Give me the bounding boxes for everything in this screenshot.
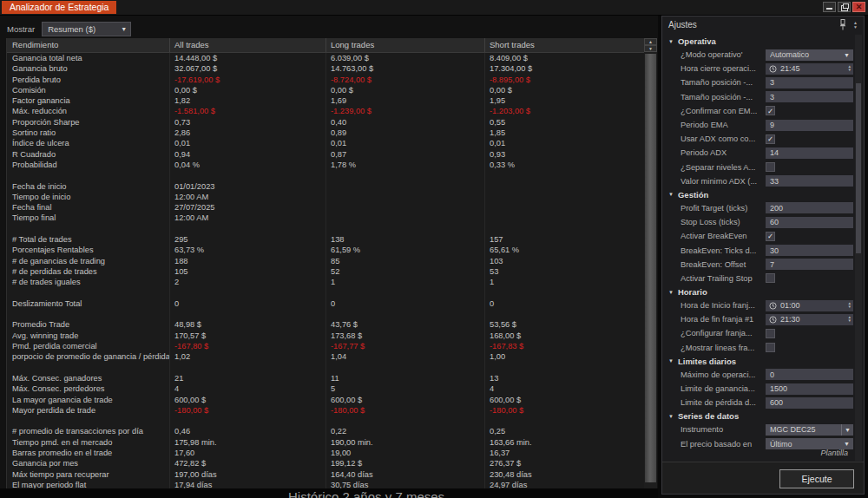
- setting-row: Profit Target (ticks)200: [662, 201, 853, 215]
- table-row[interactable]: porpocio de promedio de ganancia / pérdi…: [7, 351, 644, 362]
- scroll-down-button[interactable]: ▼: [644, 45, 657, 52]
- column-header-long-trades[interactable]: Long trades: [326, 38, 485, 52]
- spinner-arrows-icon[interactable]: ▲▼: [848, 302, 852, 309]
- table-row[interactable]: # de perdidas de trades1055253: [7, 266, 644, 277]
- text-input[interactable]: 33: [766, 175, 853, 187]
- section-header[interactable]: ▼Limites diarios: [662, 355, 853, 368]
- table-row[interactable]: La mayor ganancia de trade600,00 $600,00…: [7, 395, 644, 405]
- table-row[interactable]: Factor ganancia1,821,691,95: [7, 95, 644, 106]
- text-input[interactable]: 3: [766, 77, 853, 88]
- section-header[interactable]: ▼Series de datos: [662, 410, 853, 423]
- table-row[interactable]: Ganancia por mes472,82 $199,12 $276,37 $: [7, 458, 644, 469]
- panel-scrollbar-thumb[interactable]: [856, 83, 861, 253]
- time-input[interactable]: 01:00▲▼: [766, 300, 853, 311]
- table-row[interactable]: Fecha final27/07/2025: [7, 202, 644, 213]
- table-row[interactable]: Comisión0,00 $0,00 $0,00 $: [7, 85, 644, 95]
- table-row[interactable]: Sortino ratio2,860,891,85: [7, 128, 644, 138]
- time-input[interactable]: 21:30▲▼: [766, 314, 853, 325]
- pin-icon[interactable]: [839, 19, 846, 30]
- table-row[interactable]: Tiempo pmd. en el mercado175,98 min.190,…: [7, 437, 644, 448]
- restore-button[interactable]: [838, 2, 851, 12]
- table-row[interactable]: Máx tiempo para recuperar197,00 días164,…: [7, 469, 644, 480]
- metric-value: [485, 202, 644, 213]
- close-button[interactable]: ✕: [852, 2, 865, 12]
- plantilla-link[interactable]: Plantilla: [820, 449, 848, 457]
- column-header-rendimiento[interactable]: Rendimiento: [7, 38, 170, 52]
- execute-button[interactable]: Ejecute: [779, 469, 854, 488]
- dropdown[interactable]: MGC DEC25▼: [766, 424, 853, 436]
- scroll-up-button[interactable]: ▲: [644, 38, 657, 45]
- table-row[interactable]: Fecha de inicio01/01/2023: [7, 181, 644, 192]
- text-input[interactable]: 3: [766, 91, 853, 102]
- minimize-button[interactable]: [823, 2, 836, 12]
- checkbox[interactable]: ✓: [766, 232, 775, 241]
- text-input[interactable]: 60: [766, 217, 853, 228]
- scrollbar-thumb[interactable]: [645, 54, 656, 482]
- table-row[interactable]: R Cuadrado0,940,870,93: [7, 149, 644, 160]
- table-row[interactable]: Tiempo final12:00 AM: [7, 213, 644, 223]
- table-row[interactable]: Máx. Consec. perdedores454: [7, 383, 644, 394]
- table-row[interactable]: Ganancia bruto32.067,00 $14.763,00 $17.3…: [7, 63, 644, 74]
- text-input[interactable]: 1500: [766, 383, 853, 395]
- checkbox[interactable]: [766, 273, 775, 283]
- metric-value: [485, 192, 644, 202]
- table-row[interactable]: Tiempo de inicio12:00 AM: [7, 192, 644, 202]
- table-row[interactable]: # de ganancias de trading18885103: [7, 256, 644, 266]
- checkbox[interactable]: [766, 329, 775, 338]
- metric-label: Proporción Sharpe: [7, 117, 170, 128]
- table-row[interactable]: Barras promedio en el trade17,6019,0016,…: [7, 448, 644, 458]
- table-row[interactable]: Máx. Consec. ganadores211113: [7, 373, 644, 383]
- metric-value: 0,00 $: [485, 85, 644, 95]
- metric-label: Ganancia por mes: [7, 458, 170, 469]
- table-row[interactable]: Pmd. perdida comercial-167,80 $-167,77 $…: [7, 341, 644, 351]
- checkbox[interactable]: ✓: [766, 134, 775, 144]
- text-input[interactable]: 30: [766, 245, 853, 256]
- checkbox[interactable]: [766, 162, 775, 172]
- mostrar-label: Mostrar: [7, 24, 35, 34]
- table-row[interactable]: Perdida bruto-17.619,00 $-8.724,00 $-8.8…: [7, 75, 644, 85]
- section-header[interactable]: ▼Operativa: [662, 35, 853, 48]
- table-row[interactable]: Proporción Sharpe0,730,400,55: [7, 117, 644, 128]
- setting-row: Tamaño posición -...3: [662, 90, 853, 104]
- panel-spinner-icon[interactable]: ▲▼: [853, 21, 858, 29]
- table-row[interactable]: Probabilidad0,04 %1,78 %0,33 %: [7, 160, 644, 170]
- summary-select[interactable]: Resumen ($) ▼: [42, 22, 131, 36]
- metric-value: 163,66 min.: [485, 437, 644, 448]
- column-header-all-trades[interactable]: All trades: [170, 38, 326, 52]
- panel-scrollbar[interactable]: [855, 35, 862, 461]
- table-row[interactable]: # promedio de transacciones por día0,460…: [7, 426, 644, 436]
- spinner-arrows-icon[interactable]: ▲▼: [848, 65, 852, 72]
- checkbox[interactable]: [766, 343, 775, 352]
- metric-label: Fecha final: [7, 202, 170, 213]
- table-row[interactable]: # de trades iguales211: [7, 277, 644, 287]
- section-header[interactable]: ▼Gestión: [662, 188, 853, 201]
- table-row[interactable]: Avg. winning trade170,57 $173,68 $168,00…: [7, 331, 644, 341]
- text-input[interactable]: 200: [766, 202, 853, 213]
- table-row[interactable]: # Total de trades295138157: [7, 234, 644, 245]
- app-tab[interactable]: Analizador de Estrategia: [2, 1, 116, 14]
- text-input[interactable]: 600: [766, 397, 853, 409]
- section-header[interactable]: ▼Horario: [662, 285, 853, 298]
- table-row[interactable]: Deslizamiento Total000: [7, 298, 644, 309]
- metric-label: [7, 224, 170, 234]
- table-row[interactable]: Índice de ulcera0,010,010,01: [7, 138, 644, 148]
- column-header-short-trades[interactable]: Short trades: [485, 38, 644, 52]
- table-row[interactable]: Ganancia total neta14.448,00 $6.039,00 $…: [7, 53, 644, 63]
- table-row[interactable]: Porcentajes Rentables63,73 %61,59 %65,61…: [7, 245, 644, 255]
- table-row[interactable]: Máx. reducción-1.581,00 $-1.239,00 $-1.2…: [7, 106, 644, 116]
- arrow-down-icon: ▼: [648, 47, 653, 51]
- metric-value: [326, 224, 485, 234]
- time-input[interactable]: 21:45▲▼: [766, 63, 853, 75]
- dropdown[interactable]: Automatico▼: [766, 49, 853, 61]
- table-scrollbar[interactable]: ▲ ▼: [644, 38, 657, 498]
- settings-panel: Ajustes ▲▼ ▼Operativa¿Modo operativo'Aut…: [661, 16, 865, 495]
- text-input[interactable]: 14: [766, 147, 853, 159]
- text-input[interactable]: 0: [766, 369, 853, 380]
- text-input[interactable]: 9: [766, 120, 853, 131]
- table-row[interactable]: Mayor perdida de trade-180,00 $-180,00 $…: [7, 405, 644, 416]
- checkbox[interactable]: ✓: [766, 106, 775, 115]
- text-input[interactable]: 7: [766, 259, 853, 270]
- spinner-arrows-icon[interactable]: ▲▼: [848, 316, 852, 323]
- metric-value: 1,85: [485, 128, 644, 138]
- table-row[interactable]: Promedio Trade48,98 $43,76 $53,56 $: [7, 319, 644, 330]
